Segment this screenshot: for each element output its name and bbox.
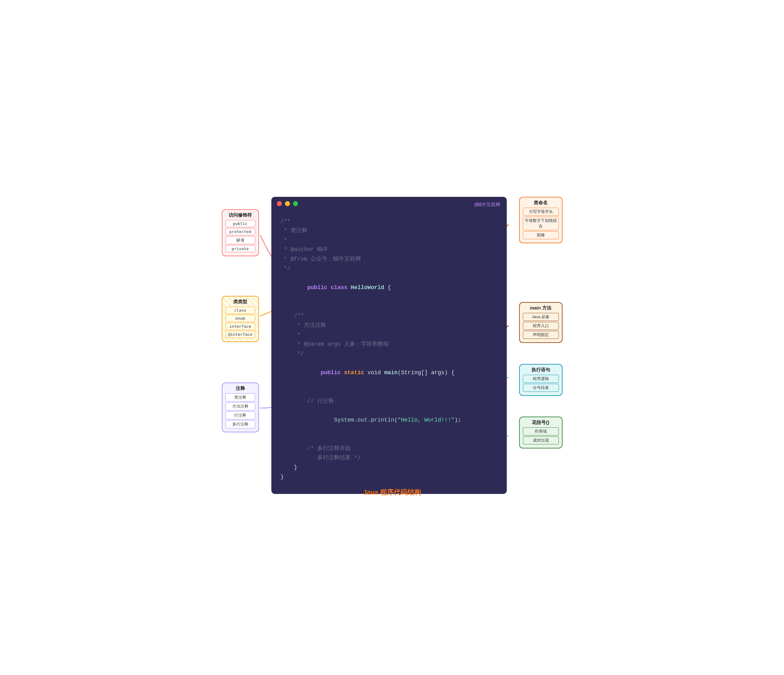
class-type-box: 类类型 class enum interface @interface [222,296,259,342]
brace-item-scope: 作用域 [523,427,559,436]
classtype-item-class: class [226,307,255,314]
comment-item-line: 行注释 [226,411,255,419]
println-line: System.out.println("Hello, World!!!"); [281,406,498,434]
code-line: * [281,236,498,245]
comment-item-multiline: 多行注释 [226,420,255,428]
editor-titlebar [271,197,507,211]
class-declaration-line: public class HelloWorld { [281,273,498,302]
access-item-public: public [226,220,255,227]
minimize-dot [285,201,290,206]
blank-line [281,434,498,444]
code-line: * @from 公众号：蜗牛互联网 [281,254,498,264]
access-item-protected: protected [226,228,255,235]
class-name-box: 类命名 大写字母开头 字母数字下划线组合 驼峰 [519,197,563,244]
exec-item-semicolon: 分号结束 [523,384,559,392]
code-body: /** * 类注释 * * @author 蜗牛 * @from 公众号：蜗牛互… [271,211,507,494]
multiline-comment-2: 多行注释结束 */ [281,453,498,463]
close-outer-brace: } [281,472,498,482]
classname-item-uppercase: 大写字母开头 [523,208,559,216]
code-editor: @蜗牛互联网 /** * 类注释 * * @author 蜗牛 * @from … [271,197,507,494]
method-declaration-line: public static void main(String[] args) { [281,358,498,387]
page-title: Java 程序代码结构 [222,488,563,497]
main-method-box: main 方法 Java 必备 程序入口 声明固定 [519,302,563,343]
exec-sentence-title: 执行语句 [523,367,559,373]
access-item-private: private [226,245,255,252]
main-method-title: main 方法 [523,305,559,311]
code-line: /** [281,217,498,226]
code-line: */ [281,264,498,273]
classtype-item-interface: interface [226,323,255,330]
main-item-entry: 程序入口 [523,322,559,330]
multiline-comment-1: /* 多行注释开始 [281,444,498,453]
comment-item-class: 类注释 [226,393,255,402]
main-item-fixed: 声明固定 [523,331,559,339]
classtype-item-annotation: @interface [226,331,255,338]
exec-sentence-box: 执行语句 程序逻辑 分号结束 [519,364,563,396]
main-item-required: Java 必备 [523,313,559,321]
class-name-title: 类命名 [523,200,559,206]
code-line: * 方法注释 [281,321,498,330]
watermark: @蜗牛互联网 [474,202,500,208]
maximize-dot [293,201,298,206]
class-type-title: 类类型 [226,299,255,305]
code-line: * 类注释 [281,226,498,236]
code-line: */ [281,349,498,359]
close-inner-brace: } [281,463,498,472]
blank-line [281,387,498,396]
code-line: * @param args 入参：字符串数组 [281,340,498,349]
code-line: * [281,330,498,340]
exec-item-logic: 程序逻辑 [523,375,559,383]
access-item-default: 缺省 [226,236,255,244]
classname-item-camel: 驼峰 [523,231,559,239]
blank-line [281,302,498,311]
close-dot [277,201,282,206]
classname-item-combo: 字母数字下划线组合 [523,217,559,230]
brace-title: 花括号{} [523,420,559,425]
code-line: * @author 蜗牛 [281,245,498,254]
brace-item-pair: 成对出现 [523,436,559,444]
code-line: /** [281,311,498,321]
access-modifier-box: 访问修饰符 public protected 缺省 private [222,209,259,256]
comment-type-title: 注释 [226,386,255,391]
comment-type-box: 注释 类注释 方法注释 行注释 多行注释 [222,383,259,432]
classtype-item-enum: enum [226,315,255,322]
brace-box: 花括号{} 作用域 成对出现 [519,417,563,448]
line-comment-line: // 行注释 [281,396,498,406]
access-modifier-title: 访问修饰符 [226,212,255,218]
comment-item-method: 方法注释 [226,402,255,410]
